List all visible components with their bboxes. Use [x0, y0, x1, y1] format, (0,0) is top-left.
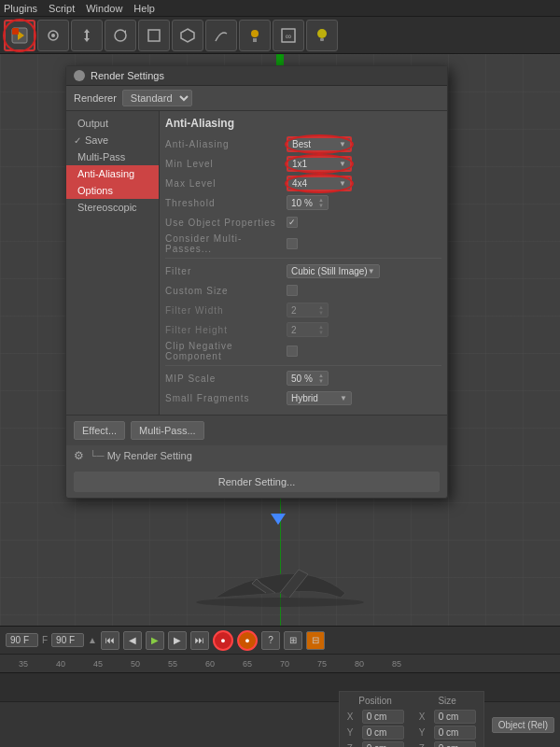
play-button[interactable]: ▶ — [146, 631, 164, 650]
use-object-checkbox[interactable] — [287, 217, 298, 228]
jump-start-button[interactable]: ⏮ — [101, 631, 119, 650]
timeline-ruler[interactable]: 35 40 45 50 55 60 65 70 75 80 85 — [0, 655, 560, 673]
dialog-title-bar[interactable]: Render Settings — [66, 66, 447, 86]
record-alt-button[interactable]: ● — [237, 630, 258, 651]
small-fragments-row: Small Fragments Hybrid ▼ — [165, 389, 441, 406]
menu-window[interactable]: Window — [86, 3, 122, 14]
filter-row: Filter Cubic (Still Image) ▼ — [165, 262, 441, 279]
filter-width-row: Filter Width 2 ▲▼ — [165, 302, 441, 318]
threshold-field[interactable]: 10 % ▲▼ — [287, 195, 329, 210]
step-forward-button[interactable]: ▶ — [168, 631, 187, 650]
svg-rect-9 — [253, 38, 257, 42]
filter-dropdown[interactable]: Cubic (Still Image) ▼ — [287, 264, 380, 278]
small-fragments-label: Small Fragments — [165, 393, 287, 403]
loop-tool[interactable]: ∞ — [273, 20, 304, 51]
sidebar: Output ✓ Save Multi-Pass Anti-Aliasing O… — [66, 111, 160, 415]
sidebar-item-output[interactable]: Output — [66, 115, 159, 132]
sidebar-item-antialiasing[interactable]: Anti-Aliasing — [66, 165, 159, 182]
position-col: Position X 0 cm Y 0 cm Z 0 cm — [347, 696, 404, 748]
multi-pass-button[interactable]: Multi-Pass... — [131, 421, 204, 440]
consider-multi-label: Consider Multi-Passes... — [165, 233, 287, 254]
clip-neg-row: Clip Negative Component — [165, 341, 441, 361]
playback-bar: 90 F F 90 F ▲ ⏮ ◀ ▶ ▶ ⏭ ● ● ? ⊞ ⊟ — [0, 627, 560, 655]
min-level-dropdown[interactable]: 1x1 ▼ — [287, 156, 352, 172]
renderer-label: Renderer — [74, 92, 117, 104]
renderer-row: Renderer Standard — [66, 86, 447, 111]
object-mode-button[interactable]: Object (Rel) — [492, 717, 554, 733]
menu-bar: Plugins Script Window Help — [0, 0, 560, 17]
sidebar-item-stereoscopic[interactable]: Stereoscopic — [66, 199, 159, 216]
sidebar-item-multipass[interactable]: Multi-Pass — [66, 148, 159, 165]
light-bulb-tool[interactable] — [306, 20, 338, 51]
move-tool[interactable] — [71, 20, 103, 51]
max-level-row: Max Level 4x4 ▼ — [165, 175, 441, 191]
x-size-row: X 0 cm — [419, 710, 476, 724]
sidebar-item-save[interactable]: ✓ Save — [66, 132, 159, 148]
render-setting-button[interactable]: Render Setting... — [74, 472, 440, 492]
menu-help[interactable]: Help — [133, 3, 155, 14]
svg-marker-7 — [181, 29, 194, 42]
custom-size-row: Custom Size — [165, 282, 441, 299]
clip-neg-label: Clip Negative Component — [165, 341, 287, 361]
small-fragments-dropdown[interactable]: Hybrid ▼ — [287, 391, 352, 405]
y-size-field[interactable]: 0 cm — [434, 726, 476, 740]
svg-rect-14 — [320, 38, 324, 41]
dialog-body: Renderer Standard Output ✓ Save Multi-Pa… — [66, 86, 447, 498]
effect-button[interactable]: Effect... — [74, 421, 125, 440]
anti-aliasing-dropdown[interactable]: Best ▼ — [287, 136, 352, 152]
dialog-title-text: Render Settings — [91, 70, 164, 81]
renderer-select[interactable]: Standard — [122, 90, 192, 106]
z-size-field[interactable]: 0 cm — [434, 741, 476, 748]
z-size-row: Z 0 cm — [419, 741, 476, 748]
grid-button[interactable]: ⊞ — [284, 631, 302, 650]
x-pos-field[interactable]: 0 cm — [362, 710, 404, 724]
dialog-icon — [74, 70, 85, 81]
threshold-label: Threshold — [165, 198, 287, 208]
jump-end-button[interactable]: ⏭ — [190, 631, 209, 650]
right-panel: Anti-Aliasing Anti-Aliasing Best ▼ — [160, 111, 447, 415]
menu-plugins[interactable]: Plugins — [4, 3, 37, 14]
max-level-dropdown[interactable]: 4x4 ▼ — [287, 176, 352, 191]
clip-neg-checkbox[interactable] — [287, 345, 298, 357]
gear-icon: ⚙ — [74, 449, 84, 462]
render-setting-row: ⚙ └─ My Render Setting — [66, 445, 447, 466]
rotate-tool[interactable] — [105, 20, 136, 51]
snap-button[interactable]: ⊟ — [306, 631, 325, 650]
z-pos-field[interactable]: 0 cm — [362, 741, 404, 748]
filter-height-field[interactable]: 2 ▲▼ — [287, 322, 329, 337]
use-object-row: Use Object Properties — [165, 214, 441, 231]
render-btn-wrap: Render Setting... — [66, 466, 447, 498]
filter-label: Filter — [165, 266, 287, 276]
y-pos-field[interactable]: 0 cm — [362, 726, 404, 740]
custom-size-checkbox[interactable] — [287, 285, 298, 296]
my-render-setting[interactable]: └─ My Render Setting — [90, 450, 192, 461]
x-size-field[interactable]: 0 cm — [434, 710, 476, 724]
dialog-bottom: Effect... Multi-Pass... — [66, 415, 447, 445]
sidebar-item-options[interactable]: Options — [66, 182, 159, 199]
menu-script[interactable]: Script — [49, 3, 75, 14]
max-level-label: Max Level — [165, 178, 287, 189]
separator-2 — [165, 365, 441, 366]
scale-tool[interactable] — [138, 20, 170, 51]
min-level-row: Min Level 1x1 ▼ — [165, 155, 441, 172]
svg-point-4 — [51, 34, 55, 37]
panel-title: Anti-Aliasing — [165, 117, 441, 130]
current-frame-field[interactable]: 90 F — [6, 633, 38, 647]
step-back-button[interactable]: ◀ — [123, 631, 142, 650]
use-object-label: Use Object Properties — [165, 218, 287, 228]
consider-multi-row: Consider Multi-Passes... — [165, 233, 441, 254]
separator-1 — [165, 258, 441, 259]
polygon-tool[interactable] — [172, 20, 203, 51]
sculpt-tool[interactable] — [205, 20, 237, 51]
record-button[interactable]: ● — [213, 630, 233, 651]
status-bar: Position X 0 cm Y 0 cm Z 0 cm Size X — [0, 701, 560, 747]
light-tool[interactable] — [239, 20, 271, 51]
render-settings-tool[interactable] — [4, 20, 35, 51]
help-button[interactable]: ? — [261, 631, 280, 650]
mip-scale-field[interactable]: 50 % ▲▼ — [287, 371, 329, 386]
camera-tool[interactable] — [37, 20, 69, 51]
coords-panel: Position X 0 cm Y 0 cm Z 0 cm Size X — [339, 691, 484, 748]
filter-width-field[interactable]: 2 ▲▼ — [287, 303, 329, 317]
end-frame-field[interactable]: 90 F — [51, 633, 84, 647]
consider-multi-checkbox[interactable] — [287, 238, 298, 249]
